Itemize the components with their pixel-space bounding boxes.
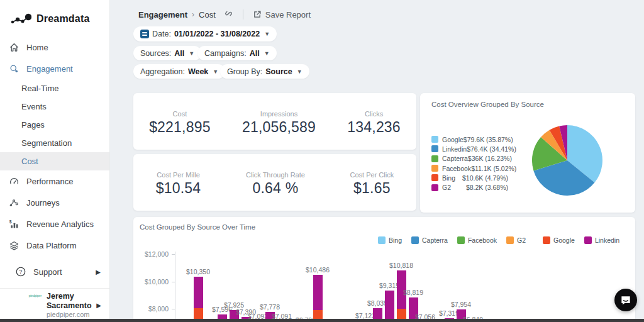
logo-text: Dreamdata: [36, 13, 90, 25]
breadcrumb-separator: ›: [192, 10, 194, 19]
sidebar-item-journeys[interactable]: Journeys: [0, 192, 109, 213]
date-filter[interactable]: Date: 01/01/2022 - 31/08/2022 ▼: [133, 26, 277, 42]
app-window: Dreamdata HomeEngagementReal-TimeEventsP…: [0, 0, 644, 322]
sources-filter-label: Sources:: [140, 49, 171, 58]
engagement-icon: [8, 63, 19, 74]
date-filter-label: Date:: [152, 30, 171, 38]
sidebar-item-label: Segmentation: [21, 138, 72, 148]
metric-click-through-rate: Click Through Rate0.64 %: [246, 171, 305, 211]
copy-link-icon[interactable]: [224, 9, 233, 20]
sidebar-item-real-time[interactable]: Real-Time: [0, 79, 109, 97]
aggregation-filter[interactable]: Aggregation: Week ▼: [133, 64, 225, 79]
sidebar-item-data-platform[interactable]: Data Platform: [0, 235, 109, 256]
breadcrumb: Engagement › Cost Save Report: [138, 8, 311, 21]
campaigns-filter[interactable]: Campaigns: All ▼: [197, 46, 277, 60]
bar-value-label: $10,818: [382, 262, 420, 269]
legend-swatch: [431, 184, 438, 191]
legend-label: Capterra: [442, 155, 468, 162]
bar-value-label: $10,486: [299, 266, 336, 274]
legend-swatch: [431, 145, 438, 152]
metric-label: Click Through Rate: [246, 171, 305, 179]
bar-value-label: $7,778: [251, 303, 289, 311]
bottom-edge-strip: [0, 319, 644, 322]
sidebar-item-support[interactable]: ?Support▶: [0, 261, 109, 282]
metric-label: Cost: [149, 110, 211, 118]
metric-value: $1.65: [350, 180, 394, 197]
y-tick-mark: [172, 254, 175, 255]
legend-value: $36K (16.23%): [468, 155, 512, 162]
breadcrumb-engagement[interactable]: Engagement: [138, 10, 187, 19]
sidebar-item-label: Data Platform: [26, 241, 76, 250]
sidebar-item-label: Real-Time: [21, 84, 58, 93]
legend-value: $8.2K (3.68%): [466, 184, 508, 191]
y-tick-label: $10,000: [137, 278, 169, 286]
y-tick-mark: [172, 309, 175, 309]
campaigns-filter-value: All: [250, 49, 260, 58]
metric-value: 0.64 %: [246, 180, 305, 197]
legend-value: $79.6K (35.87%): [464, 136, 513, 143]
avatar: piedpiper: [28, 294, 42, 297]
breadcrumb-cost: Cost: [199, 10, 216, 19]
sidebar-nav: HomeEngagementReal-TimeEventsPagesSegmen…: [0, 36, 109, 282]
sidebar-item-cost[interactable]: Cost: [0, 152, 109, 170]
dreamdata-logo-icon: [10, 10, 31, 28]
home-icon: [8, 42, 19, 53]
pie-legend-row-linkedin: Linkedin$76.4K (34.41%): [431, 144, 508, 153]
sources-filter-value: All: [174, 49, 184, 58]
legend-swatch: [431, 136, 438, 143]
save-report-button[interactable]: Save Report: [253, 10, 311, 19]
user-menu[interactable]: piedpiper Jeremy Sacramento piedpiper.co…: [0, 292, 110, 319]
chat-launcher-button[interactable]: [614, 289, 637, 311]
metric-impressions: Impressions21,056,589: [242, 110, 316, 150]
sidebar-item-label: Pages: [21, 120, 45, 130]
chat-bubble-icon: [619, 294, 632, 306]
group-by-filter[interactable]: Group By: Source ▼: [220, 64, 309, 79]
y-axis: [175, 252, 175, 322]
sidebar-item-label: Performance: [26, 177, 73, 186]
legend-swatch: [431, 155, 438, 162]
divider: [0, 288, 109, 289]
logo[interactable]: Dreamdata: [0, 0, 109, 36]
sidebar-item-home[interactable]: Home: [0, 36, 109, 58]
y-tick-label: $12,000: [137, 250, 169, 258]
data-platform-icon: [8, 240, 19, 251]
group-by-filter-label: Group By:: [227, 67, 262, 76]
pie-legend-row-capterra: Capterra$36K (16.23%): [431, 154, 508, 164]
metric-label: Clicks: [347, 110, 401, 118]
chevron-down-icon: ▼: [264, 31, 270, 37]
sources-filter[interactable]: Sources: All ▼: [133, 46, 201, 60]
sidebar-item-pages[interactable]: Pages: [0, 116, 109, 134]
metric-value: $10.54: [156, 180, 201, 197]
sidebar-item-performance[interactable]: Performance: [0, 170, 109, 192]
sidebar-item-segmentation[interactable]: Segmentation: [0, 134, 109, 152]
campaigns-filter-label: Campaigns:: [204, 49, 247, 58]
legend-swatch: [431, 165, 438, 172]
legend-value: $10.6K (4.79%): [462, 174, 508, 182]
bar-value-label: $7,925: [215, 301, 253, 309]
journeys-icon: [8, 197, 19, 208]
sidebar-item-revenue-analytics[interactable]: $Revenue Analytics: [0, 213, 109, 235]
chevron-down-icon: ▼: [264, 50, 270, 57]
legend-swatch: [431, 174, 438, 181]
sidebar-item-label: Events: [21, 102, 47, 111]
sidebar-item-label: Support: [33, 267, 62, 277]
bar-segment-linkedin-week-12: [313, 275, 323, 310]
aggregation-filter-value: Week: [188, 67, 208, 76]
divider: [243, 9, 243, 19]
bar-chart-card: Cost Grouped By Source Over Time BingCap…: [133, 217, 635, 322]
metrics-card-secondary: Cost Per Mille$10.54Click Through Rate0.…: [133, 154, 416, 211]
chevron-down-icon: ▼: [213, 69, 218, 75]
bar-value-label: $8,819: [394, 289, 432, 296]
pie-legend-row-facebook: Facebook$11.1K (5.02%): [431, 164, 508, 173]
date-filter-value: 01/01/2022 - 31/08/2022: [174, 30, 260, 38]
sidebar-item-engagement[interactable]: Engagement: [0, 58, 109, 79]
sidebar-item-label: Revenue Analytics: [26, 219, 94, 229]
metrics-card-primary: Cost$221,895Impressions21,056,589Clicks1…: [133, 93, 416, 150]
revenue-analytics-icon: $: [8, 218, 19, 230]
sidebar-item-events[interactable]: Events: [0, 97, 109, 116]
legend-label: Bing: [442, 174, 462, 182]
group-by-filter-value: Source: [265, 67, 292, 76]
svg-text:$: $: [9, 219, 11, 224]
support-icon: ?: [15, 266, 26, 277]
legend-label: Facebook: [442, 165, 471, 172]
